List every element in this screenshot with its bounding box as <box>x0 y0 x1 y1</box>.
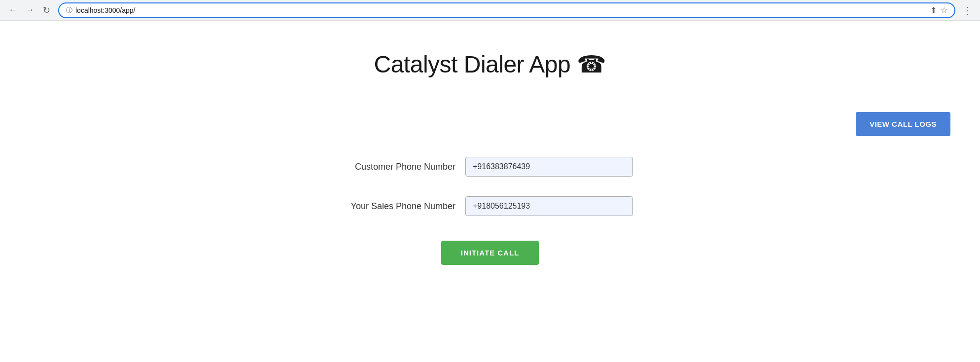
customer-phone-field: Customer Phone Number <box>347 157 633 177</box>
customer-phone-input[interactable] <box>465 157 633 177</box>
initiate-call-button[interactable]: INITIATE CALL <box>441 241 539 265</box>
telephone-icon: ☎ <box>577 51 606 77</box>
app-content: Catalyst Dialer App ☎ VIEW CALL LOGS Cus… <box>0 21 980 362</box>
customer-phone-label: Customer Phone Number <box>347 162 455 172</box>
reload-button[interactable]: ↻ <box>39 3 53 17</box>
app-title: Catalyst Dialer App ☎ <box>0 21 980 78</box>
sales-phone-input[interactable] <box>465 196 633 216</box>
sales-phone-field: Your Sales Phone Number <box>347 196 633 216</box>
browser-menu-button[interactable]: ⋮ <box>960 3 974 17</box>
back-button[interactable]: ← <box>6 3 20 17</box>
sales-phone-label: Your Sales Phone Number <box>347 201 455 212</box>
lock-icon: ⓘ <box>66 6 72 15</box>
form-container: Customer Phone Number Your Sales Phone N… <box>0 157 980 265</box>
share-icon[interactable]: ⬆ <box>930 5 937 15</box>
address-bar[interactable]: ⓘ localhost:3000/app/ ⬆ ☆ <box>58 2 955 18</box>
app-title-text: Catalyst Dialer App <box>374 51 570 77</box>
forward-button[interactable]: → <box>23 3 36 17</box>
view-call-logs-button[interactable]: VIEW CALL LOGS <box>856 112 950 136</box>
browser-chrome: ← → ↻ ⓘ localhost:3000/app/ ⬆ ☆ ⋮ <box>0 0 980 21</box>
url-display: localhost:3000/app/ <box>75 6 927 14</box>
address-bar-actions: ⬆ ☆ <box>930 5 947 15</box>
nav-buttons: ← → ↻ <box>6 3 53 17</box>
bookmark-icon[interactable]: ☆ <box>941 5 947 15</box>
